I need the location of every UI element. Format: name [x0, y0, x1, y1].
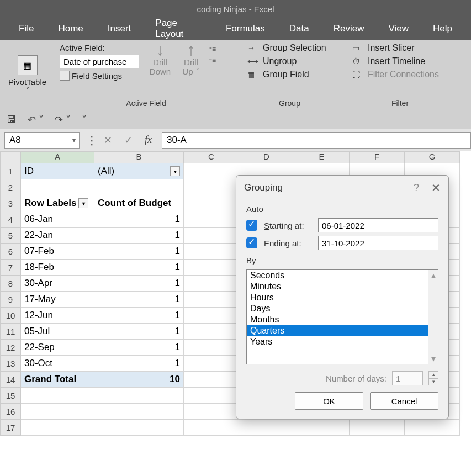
customize-qat-icon[interactable]: ˅ [82, 114, 87, 126]
row-header[interactable]: 17 [0, 420, 21, 436]
redo-icon[interactable]: ↷ ˅ [55, 114, 71, 126]
cell[interactable] [184, 404, 239, 420]
menu-file[interactable]: File [7, 19, 46, 39]
cell[interactable]: 10 [94, 372, 184, 388]
col-header-c[interactable]: C [184, 151, 239, 163]
cell[interactable] [21, 404, 94, 420]
cell[interactable]: 1 [94, 292, 184, 308]
select-all-corner[interactable] [0, 151, 21, 163]
cell[interactable]: 1 [94, 308, 184, 324]
cell[interactable] [294, 420, 350, 436]
row-header[interactable]: 16 [0, 404, 21, 420]
scroll-up-icon[interactable]: ▴ [431, 270, 436, 281]
row-header[interactable]: 14 [0, 372, 21, 388]
by-option[interactable]: Years [247, 336, 438, 347]
cell[interactable]: Count of Budget [94, 195, 184, 211]
filter-connections-button[interactable]: ⛶ Filter Connections [352, 70, 439, 80]
cell[interactable] [184, 308, 239, 324]
cell[interactable] [184, 260, 239, 276]
by-option[interactable]: Minutes [247, 281, 438, 292]
save-icon[interactable]: 🖫 [7, 114, 17, 125]
cell[interactable] [184, 292, 239, 308]
cell[interactable]: 1 [94, 276, 184, 292]
filter-dropdown-icon[interactable]: ▾ [170, 166, 180, 176]
menu-insert[interactable]: Insert [96, 19, 144, 39]
undo-icon[interactable]: ↶ ˅ [28, 114, 44, 126]
cell[interactable] [21, 179, 94, 195]
cell[interactable]: 30-Apr [21, 276, 94, 292]
name-box[interactable]: A8 ▾ [4, 132, 80, 149]
row-header[interactable]: 13 [0, 356, 21, 372]
starting-at-input[interactable] [318, 218, 438, 232]
cell[interactable]: 22-Jan [21, 228, 94, 244]
cell[interactable]: (All)▾ [94, 163, 184, 179]
resize-handle[interactable]: ⋮ [86, 134, 97, 147]
drill-down-button[interactable]: ↓ DrillDown [145, 42, 176, 76]
menu-home[interactable]: Home [46, 19, 95, 39]
by-option[interactable]: Days [247, 303, 438, 314]
cell[interactable] [184, 276, 239, 292]
cell[interactable] [184, 420, 239, 436]
by-option[interactable]: Seconds [247, 270, 438, 281]
scrollbar[interactable]: ▴▾ [428, 270, 438, 364]
col-header-g[interactable]: G [405, 151, 460, 163]
row-header[interactable]: 2 [0, 179, 21, 195]
cell[interactable] [184, 244, 239, 260]
starting-at-checkbox[interactable] [246, 220, 257, 231]
row-header[interactable]: 3 [0, 195, 21, 211]
row-header[interactable]: 12 [0, 340, 21, 356]
cell[interactable]: Grand Total [21, 372, 94, 388]
by-option[interactable]: Quarters [247, 325, 438, 336]
cell[interactable]: 17-May [21, 292, 94, 308]
cell[interactable] [184, 179, 239, 195]
cell[interactable] [94, 179, 184, 195]
cell[interactable] [184, 340, 239, 356]
group-selection-button[interactable]: → Group Selection [247, 43, 326, 53]
menu-review[interactable]: Review [321, 19, 377, 39]
cell[interactable] [184, 388, 239, 404]
ending-at-checkbox[interactable] [246, 237, 257, 248]
col-header-e[interactable]: E [294, 151, 350, 163]
row-header[interactable]: 6 [0, 244, 21, 260]
cell[interactable] [184, 324, 239, 340]
cell[interactable] [94, 388, 184, 404]
expand-collapse-buttons[interactable]: ⁺≡ ⁻≡ [207, 42, 216, 64]
row-header[interactable]: 9 [0, 292, 21, 308]
cell[interactable] [184, 195, 239, 211]
insert-timeline-button[interactable]: ⏱ Insert Timeline [352, 56, 439, 66]
cell[interactable] [350, 420, 405, 436]
menu-view[interactable]: View [376, 19, 421, 39]
cell[interactable] [239, 420, 294, 436]
cell[interactable]: 06-Jan [21, 211, 94, 228]
cell[interactable]: 05-Jul [21, 324, 94, 340]
group-field-button[interactable]: ▦ Group Field [247, 70, 326, 80]
cell[interactable]: Row Labels▾ [21, 195, 94, 211]
cell[interactable] [21, 388, 94, 404]
field-settings-button[interactable]: Field Settings [60, 71, 139, 81]
cell[interactable] [184, 228, 239, 244]
row-header[interactable]: 8 [0, 276, 21, 292]
cancel-formula-icon[interactable]: ✕ [104, 134, 112, 146]
pivottable-button[interactable]: ▦ PivotTable ˅ [4, 42, 50, 108]
row-header[interactable]: 11 [0, 324, 21, 340]
close-icon[interactable]: ✕ [431, 181, 441, 194]
ending-at-input[interactable] [318, 236, 438, 250]
scroll-down-icon[interactable]: ▾ [431, 353, 436, 364]
col-header-b[interactable]: B [94, 151, 184, 163]
cell[interactable]: 30-Oct [21, 356, 94, 372]
help-icon[interactable]: ? [414, 182, 419, 194]
row-header[interactable]: 4 [0, 211, 21, 228]
cell[interactable] [184, 163, 239, 179]
cell[interactable] [184, 211, 239, 228]
by-option[interactable]: Months [247, 314, 438, 325]
cell[interactable]: 07-Feb [21, 244, 94, 260]
cell[interactable] [184, 372, 239, 388]
cell[interactable] [94, 420, 184, 436]
cell[interactable] [94, 404, 184, 420]
row-header[interactable]: 1 [0, 163, 21, 179]
enter-formula-icon[interactable]: ✓ [124, 134, 133, 146]
row-header[interactable]: 7 [0, 260, 21, 276]
menu-help[interactable]: Help [421, 19, 464, 39]
cell[interactable]: 22-Sep [21, 340, 94, 356]
menu-data[interactable]: Data [277, 19, 321, 39]
